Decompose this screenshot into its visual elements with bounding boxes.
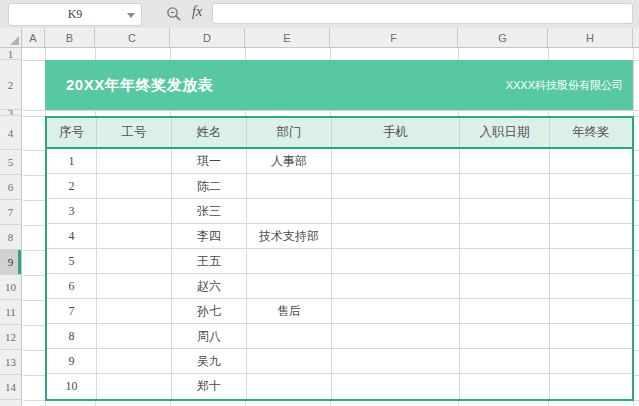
table-header-cell[interactable]: 入职日期	[460, 118, 550, 147]
table-cell[interactable]	[460, 199, 550, 223]
table-cell[interactable]: 张三	[172, 199, 247, 223]
table-cell[interactable]	[332, 174, 460, 198]
row-header-13[interactable]: 13	[0, 350, 21, 375]
row-header-7[interactable]: 7	[0, 200, 21, 225]
table-cell[interactable]	[332, 349, 460, 373]
table-cell[interactable]	[332, 374, 460, 399]
table-cell[interactable]: 售后	[247, 299, 332, 323]
row-header-6[interactable]: 6	[0, 175, 21, 200]
table-cell[interactable]: 李四	[172, 224, 247, 248]
table-cell[interactable]	[460, 324, 550, 348]
table-cell[interactable]	[247, 374, 332, 399]
table-cell[interactable]	[332, 149, 460, 173]
table-cell[interactable]: 郑十	[172, 374, 247, 399]
table-cell[interactable]	[97, 374, 172, 399]
table-cell[interactable]	[247, 249, 332, 273]
chevron-down-icon[interactable]	[127, 13, 135, 18]
row-header-1[interactable]: 1	[0, 48, 21, 60]
table-cell[interactable]	[247, 174, 332, 198]
table-cell[interactable]	[332, 249, 460, 273]
table-cell[interactable]	[460, 374, 550, 399]
table-cell[interactable]: 4	[47, 224, 97, 248]
table-cell[interactable]	[460, 249, 550, 273]
table-cell[interactable]	[332, 299, 460, 323]
table-cell[interactable]	[97, 324, 172, 348]
table-cell[interactable]: 10	[47, 374, 97, 399]
table-cell[interactable]: 2	[47, 174, 97, 198]
table-header-cell[interactable]: 序号	[47, 118, 97, 147]
table-cell[interactable]: 6	[47, 274, 97, 298]
table-header-cell[interactable]: 年终奖	[550, 118, 632, 147]
cell-name-box[interactable]: K9	[8, 3, 142, 26]
table-cell[interactable]	[550, 349, 632, 373]
row-header-5[interactable]: 5	[0, 150, 21, 175]
table-header-cell[interactable]: 手机	[332, 118, 460, 147]
table-cell[interactable]: 7	[47, 299, 97, 323]
column-header-F[interactable]: F	[330, 28, 458, 47]
table-header-cell[interactable]: 姓名	[172, 118, 247, 147]
table-cell[interactable]: 9	[47, 349, 97, 373]
table-header-cell[interactable]: 工号	[97, 118, 172, 147]
table-cell[interactable]: 5	[47, 249, 97, 273]
table-cell[interactable]	[97, 249, 172, 273]
table-cell[interactable]	[332, 324, 460, 348]
column-header-A[interactable]: A	[22, 28, 45, 47]
column-header-C[interactable]: C	[95, 28, 170, 47]
search-icon[interactable]	[166, 6, 182, 22]
table-cell[interactable]	[247, 349, 332, 373]
table-cell[interactable]	[332, 224, 460, 248]
row-header-2[interactable]: 2	[0, 60, 21, 110]
table-cell[interactable]	[550, 249, 632, 273]
table-cell[interactable]: 技术支持部	[247, 224, 332, 248]
table-cell[interactable]: 王五	[172, 249, 247, 273]
table-cell[interactable]	[550, 199, 632, 223]
table-cell[interactable]	[97, 149, 172, 173]
table-cell[interactable]	[332, 199, 460, 223]
column-header-H[interactable]: H	[548, 28, 633, 47]
table-cell[interactable]	[550, 174, 632, 198]
row-header-12[interactable]: 12	[0, 325, 21, 350]
select-all-corner[interactable]	[0, 28, 22, 47]
column-header-G[interactable]: G	[458, 28, 548, 47]
table-cell[interactable]: 人事部	[247, 149, 332, 173]
column-header-E[interactable]: E	[245, 28, 330, 47]
banner[interactable]: 20XX年年终奖发放表 XXXX科技股份有限公司	[45, 60, 633, 110]
row-header-4[interactable]: 4	[0, 116, 21, 150]
table-cell[interactable]	[97, 224, 172, 248]
table-cell[interactable]	[460, 299, 550, 323]
table-cell[interactable]: 孙七	[172, 299, 247, 323]
table-cell[interactable]	[460, 349, 550, 373]
table-cell[interactable]	[332, 274, 460, 298]
table-cell[interactable]	[97, 299, 172, 323]
fx-icon[interactable]: fx	[192, 4, 202, 20]
table-cell[interactable]: 吴九	[172, 349, 247, 373]
table-cell[interactable]	[550, 324, 632, 348]
table-cell[interactable]	[550, 149, 632, 173]
table-cell[interactable]	[550, 299, 632, 323]
column-header-D[interactable]: D	[170, 28, 245, 47]
table-cell[interactable]	[97, 199, 172, 223]
table-cell[interactable]	[97, 274, 172, 298]
row-header-11[interactable]: 11	[0, 300, 21, 325]
table-header-cell[interactable]: 部门	[247, 118, 332, 147]
column-header-B[interactable]: B	[45, 28, 95, 47]
table-cell[interactable]	[247, 199, 332, 223]
table-cell[interactable]	[247, 324, 332, 348]
table-cell[interactable]: 8	[47, 324, 97, 348]
row-header-9[interactable]: 9	[0, 250, 21, 275]
table-cell[interactable]: 赵六	[172, 274, 247, 298]
row-header-10[interactable]: 10	[0, 275, 21, 300]
table-cell[interactable]	[550, 374, 632, 399]
table-cell[interactable]	[460, 274, 550, 298]
table-cell[interactable]	[97, 349, 172, 373]
table-cell[interactable]: 琪一	[172, 149, 247, 173]
formula-input[interactable]	[212, 3, 633, 24]
table-cell[interactable]	[97, 174, 172, 198]
table-cell[interactable]: 1	[47, 149, 97, 173]
table-cell[interactable]	[460, 174, 550, 198]
table-cell[interactable]	[550, 224, 632, 248]
table-cell[interactable]: 3	[47, 199, 97, 223]
table-cell[interactable]: 周八	[172, 324, 247, 348]
table-cell[interactable]: 陈二	[172, 174, 247, 198]
table-cell[interactable]	[460, 149, 550, 173]
